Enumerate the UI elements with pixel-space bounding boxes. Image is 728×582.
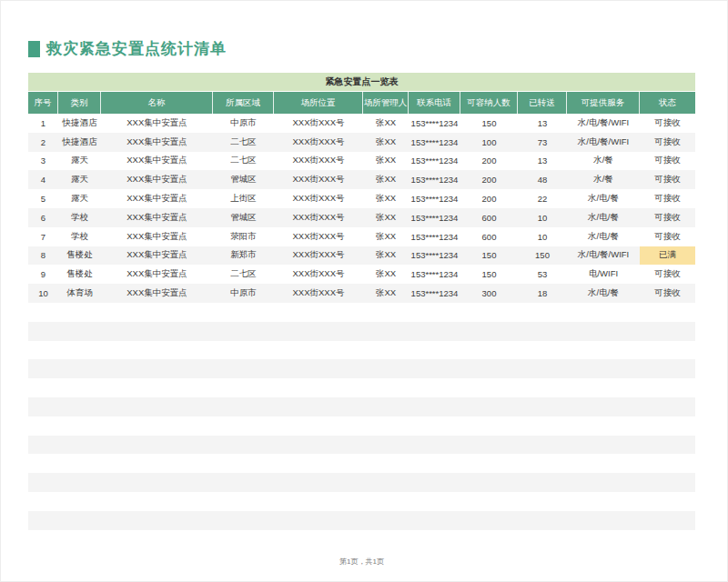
cell-services: 水/餐 [567, 170, 640, 189]
empty-table-row [28, 492, 695, 511]
status-cell: 可接收 [640, 208, 695, 227]
table-row: 1快捷酒店XXX集中安置点中原市XXX街XXX号张XX153****123415… [28, 114, 695, 133]
cell-district: 中原市 [213, 284, 274, 303]
cell-phone: 153****1234 [409, 208, 460, 227]
cell-category: 体育场 [58, 284, 101, 303]
cell-category: 学校 [58, 227, 101, 246]
cell-capacity: 200 [460, 152, 518, 171]
cell-phone: 153****1234 [409, 246, 460, 266]
column-header: 场所位置 [274, 92, 363, 114]
cell-address: XXX街XXX号 [274, 227, 363, 246]
cell-transferred: 53 [518, 265, 567, 284]
column-header: 场所管理人 [363, 92, 409, 114]
cell-capacity: 100 [460, 133, 518, 152]
cell-phone: 153****1234 [409, 133, 460, 152]
cell-address: XXX街XXX号 [274, 284, 363, 303]
table-row: 3露天XXX集中安置点二七区XXX街XXX号张XX153****12342001… [28, 152, 695, 171]
cell-phone: 153****1234 [409, 284, 460, 303]
table-row: 10体育场XXX集中安置点中原市XXX街XXX号张XX153****123430… [28, 284, 695, 303]
cell-manager: 张XX [363, 170, 409, 189]
status-cell: 可接收 [640, 152, 695, 171]
cell-no: 10 [28, 284, 58, 303]
page-title: 救灾紧急安置点统计清单 [46, 41, 227, 57]
cell-name: XXX集中安置点 [101, 114, 213, 133]
status-cell: 可接收 [640, 227, 695, 246]
cell-no: 3 [28, 152, 58, 171]
empty-table-row [28, 341, 695, 360]
empty-table-row [28, 303, 695, 322]
cell-manager: 张XX [363, 133, 409, 152]
cell-services: 水/电/餐 [567, 189, 640, 208]
cell-address: XXX街XXX号 [274, 114, 363, 133]
cell-address: XXX街XXX号 [274, 152, 363, 171]
cell-services: 电/WIFI [567, 265, 640, 284]
cell-services: 水/电/餐/WIFI [567, 133, 640, 152]
cell-district: 二七区 [213, 265, 274, 284]
cell-capacity: 200 [460, 170, 518, 189]
cell-capacity: 150 [460, 265, 518, 284]
cell-transferred: 10 [518, 208, 567, 227]
cell-district: 管城区 [213, 170, 274, 189]
settlement-table: 紧急安置点一览表 序号类别名称所属区域场所位置场所管理人联系电话可容纳人数已转送… [28, 73, 695, 530]
cell-name: XXX集中安置点 [101, 284, 213, 303]
cell-name: XXX集中安置点 [101, 246, 213, 266]
cell-capacity: 600 [460, 227, 518, 246]
empty-table-row [28, 397, 695, 416]
document-page: 救灾紧急安置点统计清单 紧急安置点一览表 序号类别名称所属区域场所位置场所管理人… [0, 0, 728, 582]
column-header: 名称 [101, 92, 213, 114]
cell-name: XXX集中安置点 [101, 170, 213, 189]
table-banner-title: 紧急安置点一览表 [28, 73, 695, 92]
empty-table-row [28, 378, 695, 397]
table-empty-rows [28, 303, 695, 530]
cell-transferred: 22 [518, 189, 567, 208]
title-accent-square-icon [28, 41, 40, 57]
cell-services: 水/电/餐/WIFI [567, 246, 640, 266]
cell-no: 5 [28, 189, 58, 208]
cell-no: 6 [28, 208, 58, 227]
cell-services: 水/电/餐/WIFI [567, 114, 640, 133]
column-header: 可容纳人数 [460, 92, 518, 114]
cell-services: 水/电/餐 [567, 284, 640, 303]
table-row: 2快捷酒店XXX集中安置点二七区XXX街XXX号张XX153****123410… [28, 133, 695, 152]
table-header-row: 序号类别名称所属区域场所位置场所管理人联系电话可容纳人数已转送可提供服务状态 [28, 92, 695, 114]
table-row: 9售楼处XXX集中安置点二七区XXX街XXX号张XX153****1234150… [28, 265, 695, 284]
cell-capacity: 150 [460, 114, 518, 133]
cell-district: 二七区 [213, 152, 274, 171]
cell-capacity: 150 [460, 246, 518, 266]
cell-manager: 张XX [363, 227, 409, 246]
cell-name: XXX集中安置点 [101, 208, 213, 227]
cell-category: 售楼处 [58, 246, 101, 266]
cell-address: XXX街XXX号 [274, 189, 363, 208]
status-cell: 可接收 [640, 114, 695, 133]
cell-manager: 张XX [363, 246, 409, 266]
cell-no: 7 [28, 227, 58, 246]
empty-table-row [28, 436, 695, 455]
cell-transferred: 18 [518, 284, 567, 303]
cell-address: XXX街XXX号 [274, 208, 363, 227]
column-header: 已转送 [518, 92, 567, 114]
status-cell: 可接收 [640, 189, 695, 208]
table-row: 4露天XXX集中安置点管城区XXX街XXX号张XX153****12342004… [28, 170, 695, 189]
cell-phone: 153****1234 [409, 189, 460, 208]
table-row: 7学校XXX集中安置点荥阳市XXX街XXX号张XX153****12346001… [28, 227, 695, 246]
cell-phone: 153****1234 [409, 170, 460, 189]
cell-address: XXX街XXX号 [274, 133, 363, 152]
cell-district: 新郑市 [213, 246, 274, 266]
cell-phone: 153****1234 [409, 265, 460, 284]
table-row: 6学校XXX集中安置点管城区XXX街XXX号张XX153****12346001… [28, 208, 695, 227]
cell-capacity: 200 [460, 189, 518, 208]
column-header: 可提供服务 [567, 92, 640, 114]
cell-category: 售楼处 [58, 265, 101, 284]
table-row: 5露天XXX集中安置点上街区XXX街XXX号张XX153****12342002… [28, 189, 695, 208]
cell-name: XXX集中安置点 [101, 265, 213, 284]
cell-no: 8 [28, 246, 58, 266]
page-title-bar: 救灾紧急安置点统计清单 [28, 41, 227, 57]
cell-transferred: 13 [518, 114, 567, 133]
status-cell: 可接收 [640, 265, 695, 284]
cell-category: 露天 [58, 170, 101, 189]
cell-district: 管城区 [213, 208, 274, 227]
cell-district: 荥阳市 [213, 227, 274, 246]
status-cell: 已满 [640, 246, 695, 266]
cell-services: 水/电/餐 [567, 208, 640, 227]
cell-address: XXX街XXX号 [274, 246, 363, 266]
